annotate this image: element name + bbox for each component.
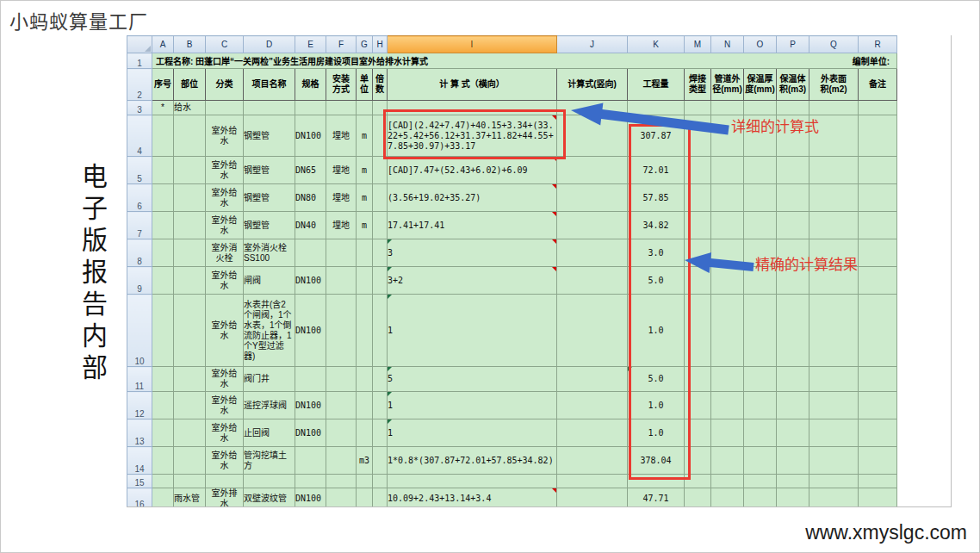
cell-Q5[interactable] [809, 157, 859, 184]
header-cell-D2[interactable]: 项目名称 [244, 69, 295, 101]
column-header-E[interactable]: E [295, 36, 326, 53]
cell-I10[interactable]: 1 [388, 295, 557, 367]
cell-J9[interactable] [557, 267, 628, 295]
cell-K7[interactable]: 34.82 [628, 212, 685, 239]
cell-D12[interactable]: 遥控浮球阀 [244, 392, 295, 419]
cell-F16[interactable] [326, 488, 357, 508]
cell-B16[interactable]: 雨水管 [174, 488, 206, 508]
cell-P15[interactable] [777, 475, 809, 488]
cell-C11[interactable]: 室外给 水 [206, 367, 244, 392]
cell-I16[interactable]: 10.09+2.43+13.14+3.4 [388, 488, 557, 508]
cell-J5[interactable] [557, 157, 628, 184]
cell-P16[interactable] [777, 488, 809, 508]
cell-K13[interactable]: 1.0 [628, 419, 685, 447]
cell-P10[interactable] [777, 295, 809, 367]
cell-B13[interactable] [174, 419, 206, 447]
column-header-A[interactable]: A [152, 36, 174, 53]
cell-D10[interactable]: 水表井(含2 个闸阀，1个 水表，1个倒 流防止器，1 个Y型过滤 器) [244, 295, 295, 367]
cell-R9[interactable] [859, 267, 897, 295]
cell-E10[interactable]: DN100 [295, 295, 326, 367]
cell-K3[interactable] [628, 101, 685, 115]
cell-C5[interactable]: 室外给 水 [206, 157, 244, 184]
cell-O10[interactable] [744, 295, 777, 367]
cell-R11[interactable] [859, 367, 897, 392]
header-cell-K2[interactable]: 工程量 [628, 69, 685, 101]
cell-F12[interactable] [326, 392, 357, 419]
cell-A6[interactable] [152, 184, 174, 212]
cell-G15[interactable] [357, 475, 373, 488]
cell-R12[interactable] [859, 392, 897, 419]
cell-D8[interactable]: 室外消火栓 SS100 [244, 239, 295, 267]
cell-K10[interactable]: 1.0 [628, 295, 685, 367]
cell-G7[interactable]: m [357, 212, 373, 239]
cell-R15[interactable] [859, 475, 897, 488]
cell-F8[interactable] [326, 239, 357, 267]
cell-J4[interactable] [557, 115, 628, 157]
cell-H5[interactable] [373, 157, 388, 184]
cell-M14[interactable] [685, 447, 711, 475]
cell-J6[interactable] [557, 184, 628, 212]
cell-G4[interactable]: m [357, 115, 373, 157]
cell-E5[interactable]: DN65 [295, 157, 326, 184]
cell-C13[interactable]: 室外给 水 [206, 419, 244, 447]
cell-B6[interactable] [174, 184, 206, 212]
cell-M3[interactable] [685, 101, 711, 115]
cell-K16[interactable]: 47.71 [628, 488, 685, 508]
cell-B8[interactable] [174, 239, 206, 267]
row-header-10[interactable]: 10 [127, 295, 152, 367]
header-cell-N2[interactable]: 管道外 径(mm) [711, 69, 744, 101]
header-cell-C2[interactable]: 分类 [206, 69, 244, 101]
cell-C10[interactable]: 室外给 水 [206, 295, 244, 367]
column-header-K[interactable]: K [628, 36, 685, 53]
cell-N6[interactable] [711, 184, 744, 212]
header-cell-J2[interactable]: 计算式(竖向) [557, 69, 628, 101]
header-cell-P2[interactable]: 保温体 积(m3) [777, 69, 809, 101]
cell-B7[interactable] [174, 212, 206, 239]
column-header-P[interactable]: P [777, 36, 809, 53]
sheet-title-row[interactable]: 工程名称: 田蓬口岸“一关两检”业务生活用房建设项目室外给排水计算式编制单位: [152, 53, 897, 69]
row-header-1[interactable]: 1 [127, 53, 152, 69]
cell-I14[interactable]: 1*0.8*(307.87+72.01+57.85+34.82) [388, 447, 557, 475]
header-cell-B2[interactable]: 部位 [174, 69, 206, 101]
cell-H10[interactable] [373, 295, 388, 367]
header-cell-G2[interactable]: 单 位 [357, 69, 373, 101]
cell-Q6[interactable] [809, 184, 859, 212]
row-header-12[interactable]: 12 [127, 392, 152, 419]
cell-F9[interactable] [326, 267, 357, 295]
row-header-11[interactable]: 11 [127, 367, 152, 392]
cell-Q16[interactable] [809, 488, 859, 508]
cell-N8[interactable] [711, 239, 744, 267]
cell-E7[interactable]: DN40 [295, 212, 326, 239]
cell-R4[interactable] [859, 115, 897, 157]
cell-K9[interactable]: 5.0 [628, 267, 685, 295]
cell-A14[interactable] [152, 447, 174, 475]
cell-Q3[interactable] [809, 101, 859, 115]
header-cell-A2[interactable]: 序号 [152, 69, 174, 101]
cell-P12[interactable] [777, 392, 809, 419]
cell-J7[interactable] [557, 212, 628, 239]
cell-I15[interactable] [388, 475, 557, 488]
header-cell-O2[interactable]: 保温厚 度(mm) [744, 69, 777, 101]
cell-D3[interactable] [244, 101, 295, 115]
cell-J16[interactable] [557, 488, 628, 508]
cell-J8[interactable] [557, 239, 628, 267]
cell-I9[interactable]: 3+2 [388, 267, 557, 295]
cell-M9[interactable] [685, 267, 711, 295]
cell-O14[interactable] [744, 447, 777, 475]
header-cell-I2[interactable]: 计 算 式（横向） [388, 69, 557, 101]
cell-G6[interactable]: m [357, 184, 373, 212]
cell-A8[interactable] [152, 239, 174, 267]
column-header-G[interactable]: G [357, 36, 373, 53]
row-header-13[interactable]: 13 [127, 419, 152, 447]
cell-G9[interactable] [357, 267, 373, 295]
cell-C12[interactable]: 室外给 水 [206, 392, 244, 419]
cell-B15[interactable] [174, 475, 206, 488]
cell-Q14[interactable] [809, 447, 859, 475]
cell-Q10[interactable] [809, 295, 859, 367]
cell-F15[interactable] [326, 475, 357, 488]
cell-N14[interactable] [711, 447, 744, 475]
cell-C3[interactable] [206, 101, 244, 115]
cell-I11[interactable]: 5 [388, 367, 557, 392]
column-header-J[interactable]: J [557, 36, 628, 53]
cell-R16[interactable] [859, 488, 897, 508]
